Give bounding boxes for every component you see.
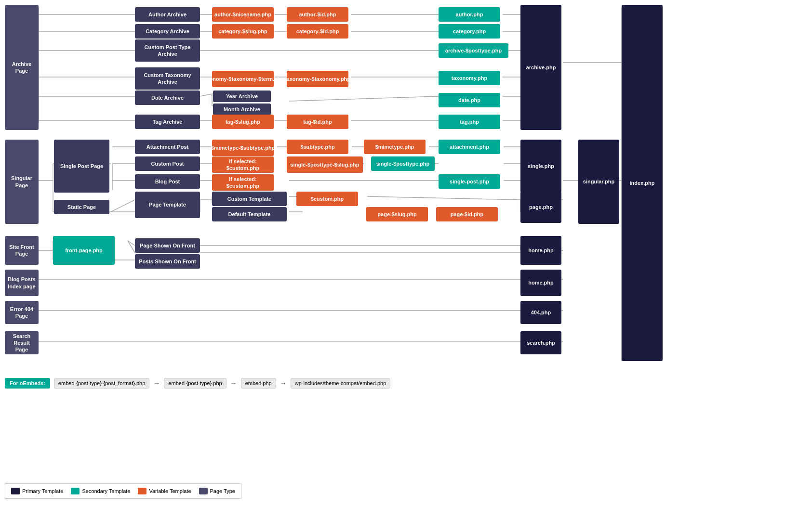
tag-slug-node: tag-$slug.php <box>212 115 274 129</box>
blog-home-php-node: home.php <box>520 270 561 296</box>
page-template-node: Page Template <box>135 192 200 218</box>
posts-shown-on-front-node: Posts Shown On Front <box>135 254 200 269</box>
archive-page-node: Archive Page <box>5 5 39 130</box>
single-post-php-node: single-post.php <box>439 174 500 189</box>
front-page-php-node: front-page.php <box>53 236 115 265</box>
taxonomy-term-node: taxonomy-$taxonomy-$term.php <box>212 71 274 87</box>
tag-id-node: tag-$id.php <box>287 115 348 129</box>
svg-line-22 <box>200 94 212 96</box>
oembeds-row: For oEmbeds: embed-{post-type}-{post_for… <box>5 378 390 389</box>
legend-secondary: Secondary Template <box>71 488 130 494</box>
if-selected-custom2-node: If selected: $custom.php <box>212 174 274 191</box>
site-front-page-node: Site Front Page <box>5 236 39 265</box>
static-page-node: Static Page <box>54 200 109 214</box>
subtype-php-node: $subtype.php <box>287 140 348 154</box>
custom-post-type-archive-node: Custom Post Type Archive <box>135 39 200 62</box>
search-result-page-node: Search Result Page <box>5 331 39 354</box>
default-template-node: Default Template <box>212 207 287 221</box>
svg-line-75 <box>128 241 135 253</box>
tag-php-node: tag.php <box>439 115 500 129</box>
connector-lines <box>0 0 812 506</box>
diagram-container: Archive Page Author Archive author-$nice… <box>0 0 812 506</box>
month-archive-node: Month Archive <box>213 104 271 115</box>
category-archive-node: Category Archive <box>135 24 200 39</box>
search-php-node: search.php <box>520 331 561 354</box>
legend-variable: Variable Template <box>138 488 191 494</box>
oembeds-file-2: embed-{post-type}.php <box>164 378 226 389</box>
svg-line-74 <box>128 241 135 246</box>
custom-template-node: Custom Template <box>212 192 287 206</box>
oembeds-file-1: embed-{post-type}-{post_format}.php <box>54 378 149 389</box>
page-slug-node: page-$slug.php <box>366 207 428 221</box>
attachment-post-node: Attachment Post <box>135 140 200 154</box>
home-php-node: home.php <box>520 236 561 265</box>
legend-primary: Primary Template <box>11 488 63 494</box>
archive-php-node: archive.php <box>520 5 561 130</box>
tag-archive-node: Tag Archive <box>135 115 200 129</box>
year-archive-node: Year Archive <box>213 91 271 102</box>
single-php-node: single.php <box>520 140 561 193</box>
page-shown-on-front-node: Page Shown On Front <box>135 238 200 253</box>
single-posttype-slug-node: single-$posttype-$slug.php <box>287 156 363 173</box>
mimetype-php-node: $mimetype.php <box>364 140 426 154</box>
blog-post-node: Blog Post <box>135 174 200 189</box>
custom-taxonomy-archive-node: Custom Taxonomy Archive <box>135 67 200 90</box>
author-nicename-node: author-$nicename.php <box>212 7 274 22</box>
arrow-1: → <box>153 379 160 387</box>
oembeds-file-4: wp-includes/theme-compat/embed.php <box>291 378 391 389</box>
error-404-page-node: Error 404 Page <box>5 301 39 324</box>
oembeds-file-3: embed.php <box>241 378 276 389</box>
date-archive-node: Date Archive <box>135 91 200 105</box>
mimetype-subtype-node: $mimetype-$subtype.php <box>212 140 274 156</box>
page-id-node: page-$id.php <box>436 207 498 221</box>
page-php-node: page.php <box>520 192 561 223</box>
if-selected-custom1-node: If selected: $custom.php <box>212 156 274 173</box>
oembeds-label: For oEmbeds: <box>5 378 50 389</box>
category-php-node: category.php <box>439 24 500 39</box>
single-posttype-node: single-$posttype.php <box>371 156 435 171</box>
singular-php-node: singular.php <box>578 140 619 224</box>
taxonomy-php-node: taxonomy.php <box>439 71 500 85</box>
category-slug-node: category-$slug.php <box>212 24 274 39</box>
svg-line-64 <box>367 196 520 200</box>
custom-php-node: $custom.php <box>296 192 358 206</box>
author-php-node: author.php <box>439 7 500 22</box>
svg-line-56 <box>111 200 135 212</box>
archive-posttype-node: archive-$posttype.php <box>439 43 508 58</box>
index-php-node: index.php <box>622 5 663 361</box>
error-404-php-node: 404.php <box>520 301 561 324</box>
legend-page-type: Page Type <box>199 488 235 494</box>
legend: Primary Template Secondary Template Vari… <box>5 483 241 499</box>
author-archive-node: Author Archive <box>135 7 200 22</box>
author-id-node: author-$id.php <box>287 7 348 22</box>
taxonomy-tax-node: taxonomy-$taxonomy.php <box>287 71 348 87</box>
blog-posts-index-node: Blog Posts Index page <box>5 270 39 296</box>
arrow-3: → <box>280 379 287 387</box>
custom-post-node: Custom Post <box>135 156 200 171</box>
svg-line-27 <box>289 96 439 101</box>
date-php-node: date.php <box>439 93 500 107</box>
category-id-node: category-$id.php <box>287 24 348 39</box>
single-post-page-node: Single Post Page <box>54 140 109 193</box>
arrow-2: → <box>230 379 237 387</box>
singular-page-node: Singular Page <box>5 140 39 224</box>
attachment-php-node: attachment.php <box>439 140 500 154</box>
